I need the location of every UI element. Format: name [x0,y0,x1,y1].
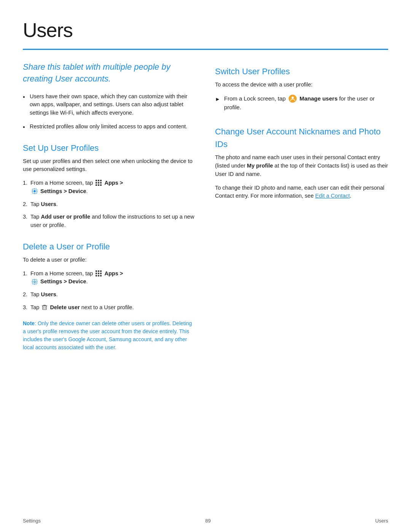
page-footer: Settings 89 Users [0,517,411,525]
setup-step-3: 3. Tap Add user or profile and follow th… [23,213,196,230]
setup-steps: 1. From a Home screen, tap [23,179,196,230]
switch-step-text: From a Lock screen, tap Manage users for… [224,94,388,112]
footer-center: 89 [205,517,210,525]
svg-rect-5 [100,182,102,184]
svg-rect-3 [96,182,97,184]
section-title-change: Change User Account Nicknames and Photo … [215,125,388,150]
my-profile-label: My profile [247,163,273,169]
footer-right: Users [375,517,388,525]
list-item: Users have their own space, which they c… [23,93,196,117]
svg-rect-19 [100,275,102,276]
section-title-switch: Switch User Profiles [215,65,388,78]
change-desc1: The photo and name each user uses in the… [215,153,388,178]
apps-grid-icon-2 [95,270,102,277]
svg-rect-17 [96,275,97,276]
svg-point-27 [292,96,294,99]
note-text: Note: Only the device owner can delete o… [23,320,196,351]
manage-users-icon [288,94,297,103]
svg-rect-16 [100,273,102,274]
list-item: Restricted profiles allow only limited a… [23,123,196,131]
switch-step: ► From a Lock screen, tap Manage users f… [215,94,388,112]
section-title-setup: Set Up User Profiles [23,142,196,154]
svg-rect-12 [98,270,99,272]
switch-desc: To access the device with a user profile… [215,81,388,89]
delete-step-1: 1. From a Home screen, tap [23,270,196,286]
svg-rect-1 [98,180,99,181]
svg-rect-2 [100,180,102,181]
title-divider [23,49,388,50]
note-label: Note [23,320,35,326]
svg-rect-15 [98,273,99,274]
settings-gear-icon-2 [31,278,38,285]
svg-rect-18 [98,275,99,276]
delete-steps: 1. From a Home screen, tap [23,270,196,312]
svg-rect-14 [96,273,97,274]
left-column: Share this tablet with multiple people b… [23,61,196,351]
svg-rect-8 [100,184,102,186]
edit-contact-link[interactable]: Edit a Contact [315,193,350,199]
delete-step-2: 2. Tap Users. [23,291,196,299]
manage-label: Manage users [299,95,338,102]
svg-rect-0 [96,180,97,181]
setup-step-2: 2. Tap Users. [23,200,196,209]
right-column: Switch User Profiles To access the devic… [215,61,388,351]
svg-rect-21 [43,306,46,310]
svg-point-20 [34,281,35,282]
setup-step-1: 1. From a Home screen, tap [23,179,196,196]
page-title: Users [23,15,388,45]
change-desc2: To change their ID photo and name, each … [215,184,388,201]
apps-grid-icon [95,179,102,186]
settings-gear-icon [31,188,38,195]
intro-text: Share this tablet with multiple people b… [23,61,196,85]
delete-section: Delete a User or Profile To delete a use… [23,240,196,351]
svg-rect-6 [96,184,97,186]
svg-rect-7 [98,184,99,186]
delete-step-3: 3. Tap Delete user next to a User p [23,304,196,312]
svg-rect-23 [44,305,46,306]
change-section: Change User Account Nicknames and Photo … [215,125,388,200]
delete-desc: To delete a user or profile: [23,256,196,264]
section-title-delete: Delete a User or Profile [23,240,196,253]
bullet-list: Users have their own space, which they c… [23,93,196,131]
setup-desc: Set up user profiles and then select one… [23,157,196,174]
svg-rect-13 [100,270,102,272]
trash-icon [41,304,48,310]
svg-rect-11 [96,270,97,272]
arrow-right-icon: ► [215,95,220,103]
svg-rect-4 [98,182,99,184]
footer-left: Settings [23,517,41,525]
